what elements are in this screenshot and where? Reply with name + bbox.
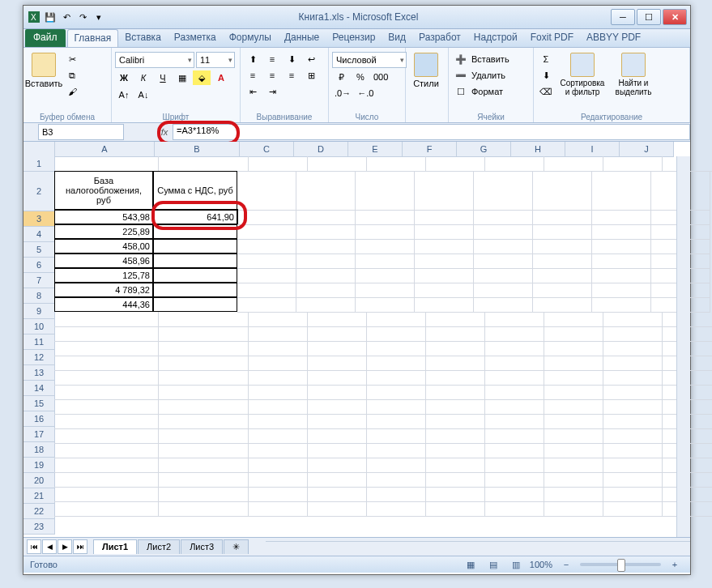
cell-G6[interactable] xyxy=(474,254,533,269)
zoom-slider[interactable] xyxy=(580,563,661,566)
cell-D7[interactable] xyxy=(296,268,356,283)
cell-F14[interactable] xyxy=(426,370,485,386)
cell-E18[interactable] xyxy=(367,428,426,444)
cell-H8[interactable] xyxy=(533,283,592,298)
underline-button[interactable]: Ч xyxy=(154,70,172,85)
sort-filter-button[interactable]: Сортировка и фильтр xyxy=(557,49,608,112)
cell-F12[interactable] xyxy=(426,341,485,356)
cell-E11[interactable] xyxy=(367,326,426,342)
copy-icon[interactable]: ⧉ xyxy=(63,68,81,83)
row-header-3[interactable]: 3 xyxy=(23,211,55,227)
cell-D22[interactable] xyxy=(308,487,367,502)
align-left-button[interactable]: ≡ xyxy=(244,68,262,83)
cell-I9[interactable] xyxy=(592,297,651,313)
sheet-tab-1[interactable]: Лист1 xyxy=(93,539,137,554)
cell-I22[interactable] xyxy=(603,487,663,502)
tab-abbyy[interactable]: ABBYY PDF xyxy=(580,29,647,47)
cut-icon[interactable]: ✂ xyxy=(63,52,81,66)
row-header-17[interactable]: 17 xyxy=(23,427,55,442)
cell-B18[interactable] xyxy=(159,428,249,444)
cell-I6[interactable] xyxy=(592,254,651,269)
cell-H5[interactable] xyxy=(533,239,592,254)
cell-A6[interactable]: 458,96 xyxy=(54,254,153,268)
cell-E13[interactable] xyxy=(367,356,426,371)
insert-cells-button[interactable]: ➕Вставить xyxy=(452,52,530,66)
cell-C13[interactable] xyxy=(249,356,308,371)
row-header-1[interactable]: 1 xyxy=(23,156,55,172)
cell-C20[interactable] xyxy=(249,458,308,473)
cell-B12[interactable] xyxy=(159,341,249,356)
select-all-corner[interactable] xyxy=(23,142,55,157)
cell-D10[interactable] xyxy=(308,312,367,327)
cell-F13[interactable] xyxy=(426,356,485,371)
wrap-text-button[interactable]: ↩ xyxy=(302,52,320,66)
cell-D8[interactable] xyxy=(296,283,356,298)
redo-icon[interactable]: ↷ xyxy=(75,10,90,24)
bold-button[interactable]: Ж xyxy=(115,70,133,85)
cell-H10[interactable] xyxy=(544,312,603,327)
italic-button[interactable]: К xyxy=(134,70,152,85)
cell-E14[interactable] xyxy=(367,370,426,386)
view-normal-button[interactable]: ▦ xyxy=(462,557,480,572)
cell-I2[interactable] xyxy=(592,171,651,211)
indent-dec-button[interactable]: ⇤ xyxy=(244,84,262,99)
cell-E4[interactable] xyxy=(356,224,415,240)
col-header-H[interactable]: H xyxy=(511,142,565,157)
cell-H7[interactable] xyxy=(533,268,592,283)
cell-I1[interactable] xyxy=(603,156,663,172)
cell-E3[interactable] xyxy=(356,210,415,225)
cell-H22[interactable] xyxy=(544,487,603,502)
cell-C7[interactable] xyxy=(237,268,296,283)
cell-B13[interactable] xyxy=(159,356,249,371)
cell-E1[interactable] xyxy=(367,156,426,172)
format-cells-button[interactable]: ☐Формат xyxy=(452,84,530,99)
styles-button[interactable]: Стили xyxy=(409,49,443,112)
cell-A16[interactable] xyxy=(54,399,159,415)
cell-I17[interactable] xyxy=(603,414,663,429)
cell-H14[interactable] xyxy=(544,370,603,386)
cell-I12[interactable] xyxy=(603,341,663,356)
cell-E21[interactable] xyxy=(367,472,426,488)
cell-H4[interactable] xyxy=(533,224,592,240)
cell-A7[interactable]: 125,78 xyxy=(54,268,153,283)
cell-D6[interactable] xyxy=(296,254,356,269)
cell-A14[interactable] xyxy=(54,370,159,386)
cell-H3[interactable] xyxy=(533,210,592,225)
grow-font-button[interactable]: A↑ xyxy=(115,87,133,102)
cell-H19[interactable] xyxy=(544,443,603,458)
cell-B7[interactable] xyxy=(153,268,237,283)
border-button[interactable]: ▦ xyxy=(173,70,191,85)
cell-C5[interactable] xyxy=(237,239,296,254)
align-top-button[interactable]: ⬆ xyxy=(244,52,262,66)
cell-F16[interactable] xyxy=(426,399,485,415)
cell-C2[interactable] xyxy=(237,171,296,211)
cell-C17[interactable] xyxy=(249,414,308,429)
cell-E7[interactable] xyxy=(356,268,415,283)
cell-C9[interactable] xyxy=(237,297,296,313)
cell-C18[interactable] xyxy=(249,428,308,444)
cell-G13[interactable] xyxy=(485,356,544,371)
col-header-F[interactable]: F xyxy=(403,142,457,157)
row-header-13[interactable]: 13 xyxy=(23,365,55,381)
cell-G22[interactable] xyxy=(485,487,544,502)
cell-A8[interactable]: 4 789,32 xyxy=(54,283,153,297)
row-header-20[interactable]: 20 xyxy=(23,473,55,488)
cell-A23[interactable] xyxy=(54,501,159,517)
align-bot-button[interactable]: ⬇ xyxy=(283,52,301,66)
cell-H21[interactable] xyxy=(544,472,603,488)
cell-F4[interactable] xyxy=(415,224,474,240)
tab-addin[interactable]: Надстрой xyxy=(467,29,524,47)
cell-C1[interactable] xyxy=(249,156,308,172)
shrink-font-button[interactable]: A↓ xyxy=(134,87,152,102)
cell-A18[interactable] xyxy=(54,428,159,444)
cell-D19[interactable] xyxy=(308,443,367,458)
cell-I15[interactable] xyxy=(603,385,663,400)
row-header-7[interactable]: 7 xyxy=(23,273,55,288)
tab-review[interactable]: Рецензир xyxy=(326,29,382,47)
cell-G12[interactable] xyxy=(485,341,544,356)
tab-foxit[interactable]: Foxit PDF xyxy=(524,29,580,47)
cell-G2[interactable] xyxy=(474,171,533,211)
spreadsheet-grid[interactable]: ABCDEFGHIJ 12345678910111213141516171819… xyxy=(23,142,690,537)
cell-D4[interactable] xyxy=(296,224,356,240)
cell-I14[interactable] xyxy=(603,370,663,386)
